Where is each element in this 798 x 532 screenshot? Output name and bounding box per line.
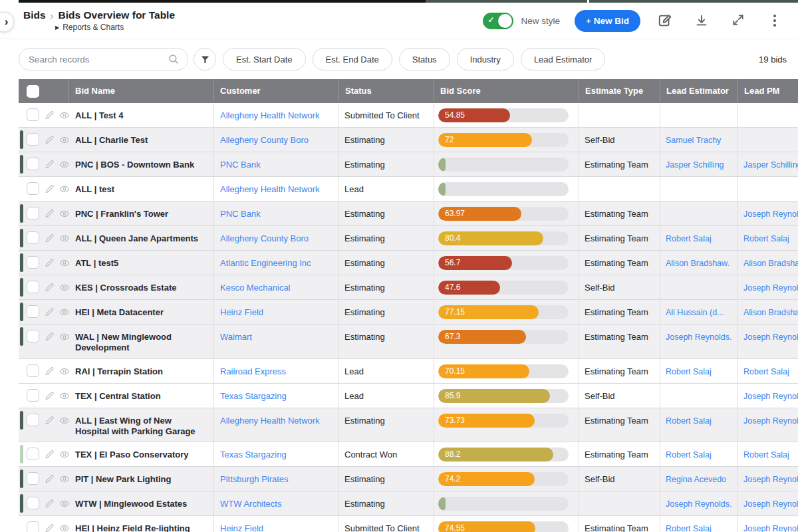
edit-view-button[interactable] xyxy=(658,13,672,28)
row-checkbox[interactable] xyxy=(27,256,39,269)
customer-link[interactable]: Allegheny Health Network xyxy=(220,110,320,120)
column-header-status[interactable]: Status xyxy=(339,79,434,103)
lead-estimator-link[interactable]: Samuel Trachy xyxy=(666,136,721,145)
lead-pm-link[interactable]: Jasper Schilling xyxy=(743,160,798,170)
new-style-toggle[interactable]: ✓ xyxy=(483,13,513,29)
select-all-checkbox[interactable] xyxy=(27,85,39,98)
row-checkbox[interactable] xyxy=(27,521,39,532)
edit-icon[interactable] xyxy=(45,473,54,484)
lead-estimator-link[interactable]: Robert Salaj xyxy=(666,234,712,243)
view-icon[interactable] xyxy=(60,498,69,509)
column-header-bid-name[interactable]: Bid Name xyxy=(69,79,214,103)
customer-link[interactable]: Railroad Express xyxy=(220,366,286,376)
expand-fullscreen-button[interactable] xyxy=(731,13,745,28)
customer-link[interactable]: Kesco Mechanical xyxy=(220,283,291,293)
breadcrumb-root-link[interactable]: Bids xyxy=(23,9,46,21)
customer-link[interactable]: Allegheny County Boro xyxy=(220,233,309,243)
customer-link[interactable]: Allegheny Health Network xyxy=(220,416,320,426)
row-checkbox[interactable] xyxy=(27,414,39,426)
column-header-customer[interactable]: Customer xyxy=(214,79,339,103)
edit-icon[interactable] xyxy=(45,307,54,317)
view-icon[interactable] xyxy=(60,208,69,219)
lead-estimator-link[interactable]: Robert Salaj xyxy=(666,367,712,376)
view-icon[interactable] xyxy=(60,233,69,244)
lead-estimator-link[interactable]: Robert Salaj xyxy=(666,416,712,426)
edit-icon[interactable] xyxy=(45,184,54,194)
more-options-button[interactable] xyxy=(767,13,782,28)
edit-icon[interactable] xyxy=(45,134,54,145)
view-icon[interactable] xyxy=(60,449,69,460)
filter-pill-est-start-date[interactable]: Est. Start Date xyxy=(223,48,306,70)
edit-icon[interactable] xyxy=(45,110,54,120)
edit-icon[interactable] xyxy=(45,523,54,532)
edit-icon[interactable] xyxy=(45,208,54,219)
row-checkbox[interactable] xyxy=(27,281,39,293)
column-header-lead-pm[interactable]: Lead PM xyxy=(738,79,798,103)
row-checkbox[interactable] xyxy=(27,158,39,170)
edit-icon[interactable] xyxy=(45,159,54,170)
row-checkbox[interactable] xyxy=(27,231,39,244)
customer-link[interactable]: Allegheny Health Network xyxy=(220,184,320,194)
lead-pm-link[interactable]: Joseph Reynolds xyxy=(743,332,798,342)
customer-link[interactable]: Atlantic Engineering Inc xyxy=(220,258,311,268)
column-header-bid-score[interactable]: Bid Score xyxy=(434,79,579,103)
view-icon[interactable] xyxy=(60,282,69,293)
filter-pill-industry[interactable]: Industry xyxy=(457,48,514,70)
lead-estimator-link[interactable]: Jasper Schilling xyxy=(666,160,724,170)
row-checkbox[interactable] xyxy=(27,330,39,342)
lead-estimator-link[interactable]: Joseph Reynolds. xyxy=(666,332,732,342)
view-icon[interactable] xyxy=(60,134,69,146)
lead-pm-link[interactable]: Robert Salaj xyxy=(743,450,789,460)
column-header-lead-estimator[interactable]: Lead Estimator xyxy=(660,79,738,103)
filter-pill-est-end-date[interactable]: Est. End Date xyxy=(313,48,392,70)
customer-link[interactable]: Walmart xyxy=(220,332,252,342)
lead-estimator-link[interactable]: Ali Hussain (d... xyxy=(666,308,724,317)
view-icon[interactable] xyxy=(60,307,69,318)
lead-estimator-link[interactable]: Regina Acevedo xyxy=(666,475,726,484)
filter-pill-status[interactable]: Status xyxy=(399,48,450,70)
row-checkbox[interactable] xyxy=(27,364,39,377)
customer-link[interactable]: Heinz Field xyxy=(220,523,263,532)
edit-icon[interactable] xyxy=(45,498,54,509)
column-header-estimate-type[interactable]: Estimate Type xyxy=(579,79,660,103)
row-checkbox[interactable] xyxy=(27,472,39,485)
view-icon[interactable] xyxy=(60,473,69,485)
row-checkbox[interactable] xyxy=(27,305,39,318)
row-checkbox[interactable] xyxy=(27,389,39,402)
customer-link[interactable]: Allegheny County Boro xyxy=(220,135,309,145)
lead-pm-link[interactable]: Joseph Reynolds xyxy=(743,524,798,532)
edit-icon[interactable] xyxy=(45,449,54,460)
customer-link[interactable]: WTW Architects xyxy=(220,499,281,509)
edit-icon[interactable] xyxy=(45,233,54,243)
download-button[interactable] xyxy=(694,13,709,28)
lead-pm-link[interactable]: Joseph Reynolds xyxy=(743,392,798,401)
reports-charts-toggle[interactable]: ▶ Reports & Charts xyxy=(55,23,175,32)
lead-estimator-link[interactable]: Robert Salaj xyxy=(666,524,712,532)
filter-button[interactable] xyxy=(194,48,216,70)
search-input[interactable] xyxy=(29,55,168,65)
row-checkbox[interactable] xyxy=(27,448,39,460)
filter-pill-lead-estimator[interactable]: Lead Estimator xyxy=(521,48,605,70)
edit-icon[interactable] xyxy=(45,257,54,268)
customer-link[interactable]: Texas Stargazing xyxy=(220,391,287,401)
view-icon[interactable] xyxy=(60,110,69,121)
customer-link[interactable]: Heinz Field xyxy=(220,307,263,317)
customer-link[interactable]: PNC Bank xyxy=(220,209,261,219)
lead-estimator-link[interactable]: Robert Salaj xyxy=(666,450,712,460)
lead-pm-link[interactable]: Joseph Reynolds xyxy=(743,475,798,484)
lead-estimator-link[interactable]: Alison Bradshaw. xyxy=(666,259,730,268)
lead-pm-link[interactable]: Joseph Reynolds xyxy=(743,209,798,219)
customer-link[interactable]: Texas Stargazing xyxy=(220,450,287,460)
lead-estimator-link[interactable]: Joseph Reynolds. xyxy=(666,499,732,509)
row-checkbox[interactable] xyxy=(27,182,39,195)
row-checkbox[interactable] xyxy=(27,497,39,509)
edit-icon[interactable] xyxy=(45,415,54,426)
lead-pm-link[interactable]: Alison Bradshaw xyxy=(743,259,798,268)
edit-icon[interactable] xyxy=(45,331,54,342)
view-icon[interactable] xyxy=(60,366,69,377)
row-checkbox[interactable] xyxy=(27,108,39,121)
row-checkbox[interactable] xyxy=(27,207,39,219)
view-icon[interactable] xyxy=(60,257,69,269)
edit-icon[interactable] xyxy=(45,282,54,293)
edit-icon[interactable] xyxy=(45,366,54,376)
